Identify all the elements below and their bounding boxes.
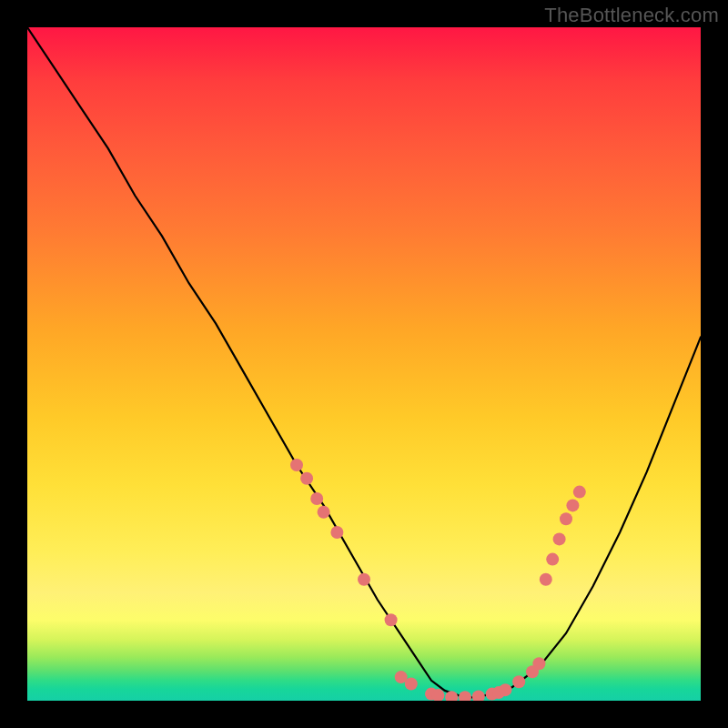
marker-dot bbox=[310, 492, 323, 505]
marker-dot bbox=[472, 691, 485, 701]
bottleneck-curve bbox=[27, 27, 701, 697]
marker-dot bbox=[553, 532, 566, 545]
marker-dot bbox=[512, 675, 525, 688]
chart-svg bbox=[27, 27, 701, 701]
plot-area bbox=[27, 27, 701, 701]
marker-dot bbox=[566, 499, 579, 511]
marker-dot bbox=[290, 459, 303, 471]
marker-dot bbox=[499, 683, 511, 696]
marker-dot bbox=[358, 573, 370, 586]
marker-dot bbox=[560, 512, 572, 525]
marker-dot bbox=[573, 486, 586, 499]
curve-markers bbox=[290, 459, 586, 701]
marker-dot bbox=[405, 678, 418, 691]
marker-dot bbox=[300, 472, 313, 485]
marker-dot bbox=[318, 506, 330, 519]
watermark-text: TheBottleneck.com bbox=[544, 4, 719, 27]
marker-dot bbox=[459, 691, 471, 701]
marker-dot bbox=[540, 573, 552, 586]
marker-dot bbox=[546, 553, 559, 566]
marker-dot bbox=[385, 613, 398, 626]
marker-dot bbox=[330, 526, 343, 539]
marker-dot bbox=[532, 657, 545, 670]
